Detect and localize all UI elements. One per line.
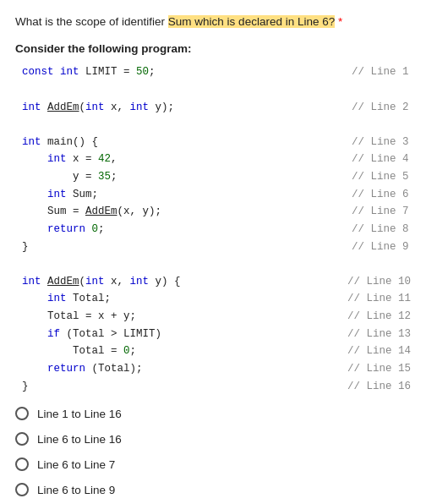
radio-3[interactable] [15, 457, 29, 471]
code-line-7: Sum = AddEm(x, y); // Line 7 [22, 203, 411, 221]
code-line-6: int Sum; // Line 6 [22, 186, 411, 204]
code-line-9: } // Line 9 [22, 238, 411, 256]
radio-2[interactable] [15, 432, 29, 446]
code-line-10: int AddEm(int x, int y) { // Line 10 [22, 273, 411, 291]
code-line-11: int Total; // Line 11 [22, 290, 411, 308]
code-line-14: Total = 0; // Line 14 [22, 342, 411, 360]
option-1-label: Line 1 to Line 16 [37, 408, 122, 420]
option-2-label: Line 6 to Line 16 [37, 433, 122, 446]
code-line-blank1 [22, 81, 411, 99]
code-line-13: if (Total > LIMIT) // Line 13 [22, 326, 411, 343]
code-block: const int LIMIT = 50; // Line 1 int AddE… [15, 63, 411, 395]
radio-1[interactable] [15, 407, 29, 420]
options-section: Line 1 to Line 16 Line 6 to Line 16 Line… [15, 407, 411, 504]
option-1[interactable]: Line 1 to Line 16 [15, 407, 411, 420]
code-line-16: } // Line 16 [22, 378, 411, 396]
code-line-2: int AddEm(int x, int y); // Line 2 [22, 99, 411, 117]
code-line-blank2 [22, 116, 411, 134]
question-highlight: Sum which is declared in Line 6? [168, 15, 335, 28]
consider-label: Consider the following program: [15, 42, 411, 55]
option-3-label: Line 6 to Line 7 [37, 458, 115, 471]
code-line-3: int main() { // Line 3 [22, 134, 411, 151]
option-2[interactable]: Line 6 to Line 16 [15, 432, 411, 446]
option-4[interactable]: Line 6 to Line 9 [15, 483, 411, 496]
code-line-15: return (Total); // Line 15 [22, 360, 411, 378]
code-line-12: Total = x + y; // Line 12 [22, 308, 411, 326]
radio-4[interactable] [15, 483, 29, 496]
option-4-label: Line 6 to Line 9 [37, 484, 115, 496]
code-line-4: int x = 42, // Line 4 [22, 151, 411, 168]
question-before: What is the scope of identifier [15, 15, 168, 28]
code-line-5: y = 35; // Line 5 [22, 168, 411, 186]
option-3[interactable]: Line 6 to Line 7 [15, 457, 411, 471]
code-line-1: const int LIMIT = 50; // Line 1 [22, 63, 411, 81]
question-text: What is the scope of identifier Sum whic… [15, 14, 411, 30]
code-line-blank3 [22, 255, 411, 273]
code-line-8: return 0; // Line 8 [22, 221, 411, 238]
question-required: * [335, 15, 342, 28]
